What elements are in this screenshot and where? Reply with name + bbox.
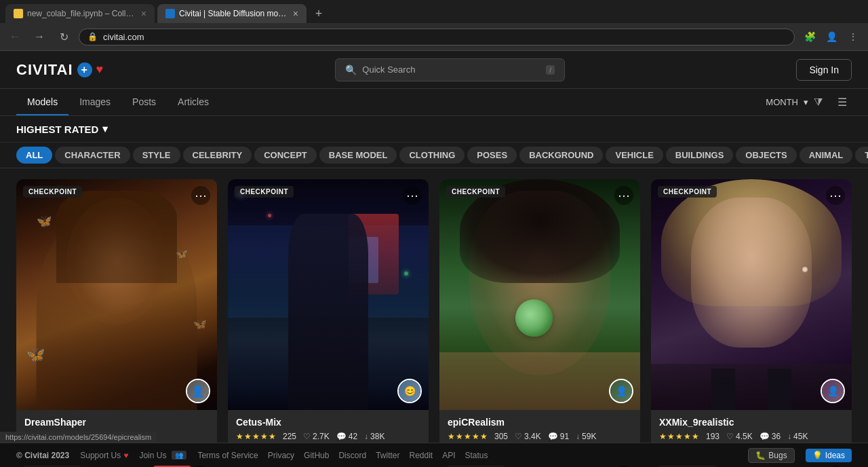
tab-1-title: new_colab_file.ipynb – Collabora... <box>27 9 137 18</box>
tab-posts[interactable]: Posts <box>121 90 167 115</box>
highest-rated-label: HIGHEST RATED <box>16 124 98 135</box>
tab-images[interactable]: Images <box>68 90 121 115</box>
stars-3: ★★★★★ <box>448 432 488 441</box>
tab-articles[interactable]: Articles <box>167 90 220 115</box>
model-card-epicrealism[interactable]: CHECKPOINT ⋯ 👤 epiCRealism ★★★★★ 305 ♡ 3… <box>439 179 640 448</box>
browser-chrome: new_colab_file.ipynb – Collabora... × Ci… <box>0 0 868 51</box>
tab-1-close[interactable]: × <box>141 8 146 19</box>
search-shortcut: / <box>546 65 555 75</box>
tab-models[interactable]: Models <box>16 90 68 115</box>
cat-base-model[interactable]: BASE MODEL <box>319 147 397 164</box>
stars-4: ★★★★★ <box>659 432 699 441</box>
footer-join-badge: 👥 <box>172 451 186 460</box>
footer-support-label: Support Us <box>80 451 121 460</box>
back-button[interactable]: ← <box>5 27 24 46</box>
card-menu-1[interactable]: ⋯ <box>191 186 210 205</box>
cat-concept[interactable]: CONCEPT <box>254 147 317 164</box>
card-avatar-3[interactable]: 👤 <box>609 379 633 403</box>
lock-icon: 🔒 <box>87 32 98 41</box>
model-stats-2: ★★★★★ 225 ♡ 2.7K 💬 42 ↓ 38K <box>236 432 420 441</box>
comments-group-2: 💬 42 <box>336 432 357 441</box>
card-avatar-1[interactable]: 👤 <box>186 379 210 403</box>
model-name-1: DreamShaper <box>24 417 209 428</box>
model-name-4: XXMix_9realistic <box>659 417 844 428</box>
profile-button[interactable]: 👤 <box>822 27 841 46</box>
tab-1-favicon <box>14 9 23 18</box>
tab-2-favicon <box>165 9 175 18</box>
footer-github[interactable]: GitHub <box>304 451 329 460</box>
tab-2-title: Civitai | Stable Diffusion models... <box>179 9 289 18</box>
cat-all[interactable]: ALL <box>16 147 52 164</box>
period-selector[interactable]: MONTH ▾ <box>766 97 808 107</box>
plus-button[interactable]: + <box>77 62 92 77</box>
search-bar[interactable]: 🔍 Quick Search / <box>335 58 565 81</box>
footer-api[interactable]: API <box>442 451 455 460</box>
new-tab-button[interactable]: + <box>309 4 328 23</box>
ideas-button[interactable]: 💡 💡 Ideas Ideas <box>806 449 852 462</box>
browser-actions: 🧩 👤 ⋮ <box>800 27 863 46</box>
tab-1[interactable]: new_colab_file.ipynb – Collabora... × <box>5 4 155 23</box>
butterfly-1: 🦋 <box>37 214 52 229</box>
more-menu-button[interactable]: ⋮ <box>844 27 863 46</box>
model-card-image-3: CHECKPOINT ⋯ 👤 <box>439 179 640 410</box>
footer-left: © Civitai 2023 <box>16 451 69 460</box>
tab-2-close[interactable]: × <box>293 8 298 19</box>
cat-clothing[interactable]: CLOTHING <box>399 147 465 164</box>
logo-text: CIVITAI <box>16 61 73 79</box>
butterfly-2: 🦋 <box>176 248 187 259</box>
model-stats-4: ★★★★★ 193 ♡ 4.5K 💬 36 ↓ 45K <box>659 432 844 441</box>
cat-poses[interactable]: POSES <box>467 147 517 164</box>
footer-privacy[interactable]: Privacy <box>268 451 294 460</box>
model-card-cetus-mix[interactable]: CHECKPOINT ⋯ 😊 Cetus-Mix ★★★★★ 225 ♡ 2.7… <box>228 179 429 448</box>
card-avatar-4[interactable]: 👤 <box>821 379 845 403</box>
footer-twitter[interactable]: Twitter <box>376 451 399 460</box>
cat-background[interactable]: BACKGROUND <box>519 147 603 164</box>
dropdown-icon: ▾ <box>102 123 108 135</box>
cat-style[interactable]: STYLE <box>133 147 180 164</box>
butterfly-4: 🦋 <box>193 318 207 331</box>
extensions-button[interactable]: 🧩 <box>800 27 819 46</box>
footer-discord[interactable]: Discord <box>338 451 366 460</box>
card-menu-3[interactable]: ⋯ <box>614 186 633 205</box>
sign-in-button[interactable]: Sign In <box>796 59 852 81</box>
footer-reddit[interactable]: Reddit <box>409 451 433 460</box>
cat-celebrity[interactable]: CELEBRITY <box>183 147 252 164</box>
checkpoint-badge-3: CHECKPOINT <box>446 186 505 198</box>
heart-icon[interactable]: ♥ <box>96 62 104 77</box>
footer-support[interactable]: Support Us ♥ <box>80 451 128 460</box>
model-card-xxmix[interactable]: CHECKPOINT ⋯ 👤 XXMix_9realistic ★★★★★ 19… <box>651 179 852 448</box>
card-menu-2[interactable]: ⋯ <box>403 186 422 205</box>
main-content: 🦋 🦋 🦋 🦋 CHECKPOINT ⋯ 👤 DreamShaper <box>0 168 868 459</box>
address-bar[interactable]: 🔒 civitai.com <box>79 29 795 45</box>
filter-button[interactable]: ⧩ <box>808 93 827 112</box>
highest-rated-button[interactable]: HIGHEST RATED ▾ <box>16 119 108 139</box>
cat-character[interactable]: CHARACTER <box>55 147 130 164</box>
comments-group-3: 💬 91 <box>548 432 569 441</box>
card-avatar-2[interactable]: 😊 <box>397 379 422 403</box>
address-bar-row: ← → ↻ 🔒 civitai.com 🧩 👤 ⋮ <box>0 23 868 50</box>
layout-button[interactable]: ☰ <box>833 93 852 112</box>
footer-copyright: © Civitai 2023 <box>16 451 69 460</box>
footer-tos[interactable]: Terms of Service <box>197 451 258 460</box>
downloads-group-2: ↓ 38K <box>364 432 384 441</box>
cat-animal[interactable]: ANIMAL <box>800 147 853 164</box>
model-card-image-1: 🦋 🦋 🦋 🦋 CHECKPOINT ⋯ 👤 <box>16 179 217 410</box>
chevron-down-icon: ▾ <box>804 97 808 107</box>
checkpoint-badge-4: CHECKPOINT <box>658 186 717 198</box>
tab-2[interactable]: Civitai | Stable Diffusion models... × <box>157 4 307 23</box>
cat-tool[interactable]: TOOL <box>855 147 868 164</box>
bugs-button[interactable]: 🐛 🐛 Bugs Bugs <box>748 448 794 463</box>
status-url: https://civitai.com/models/25694/epicrea… <box>0 432 157 443</box>
cat-objects[interactable]: OBJECTS <box>736 147 796 164</box>
cat-buildings[interactable]: BUILDINGS <box>666 147 734 164</box>
reload-button[interactable]: ↻ <box>54 27 73 46</box>
footer-join[interactable]: Join Us 👥 <box>139 451 186 460</box>
rating-val-2: 225 <box>283 432 296 441</box>
card-menu-4[interactable]: ⋯ <box>826 186 845 205</box>
forward-button[interactable]: → <box>30 27 49 46</box>
cat-vehicle[interactable]: VEHICLE <box>606 147 663 164</box>
logo[interactable]: CIVITAI + ♥ <box>16 61 104 79</box>
footer-status[interactable]: Status <box>465 451 488 460</box>
butterfly-3: 🦋 <box>26 346 45 364</box>
model-card-dreamshaper[interactable]: 🦋 🦋 🦋 🦋 CHECKPOINT ⋯ 👤 DreamShaper <box>16 179 217 448</box>
